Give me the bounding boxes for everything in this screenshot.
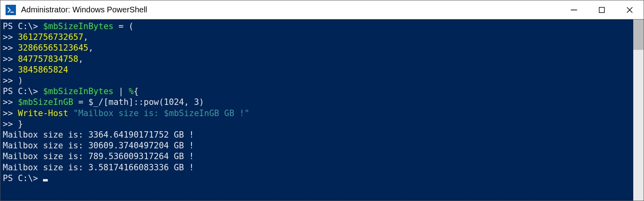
prompt: PS C:\> bbox=[3, 173, 38, 183]
svg-rect-2 bbox=[599, 7, 605, 12]
scroll-thumb[interactable] bbox=[633, 20, 644, 50]
comma: , bbox=[88, 43, 94, 53]
string-literal: GB !" bbox=[219, 108, 250, 118]
vertical-scrollbar[interactable] bbox=[633, 20, 644, 201]
cont-prompt: >> bbox=[3, 97, 13, 107]
percent-alias: % bbox=[129, 87, 134, 96]
code-text: = $_/ bbox=[73, 97, 103, 107]
prompt: PS C:\> bbox=[3, 87, 38, 96]
cursor bbox=[43, 179, 48, 181]
window-controls bbox=[560, 0, 644, 19]
window-title: Administrator: Windows PowerShell bbox=[21, 5, 560, 14]
comma: , bbox=[83, 32, 88, 42]
variable-name: $mbSizeInBytes bbox=[43, 87, 113, 96]
array-value: 847757834758 bbox=[18, 54, 78, 64]
close-paren: ) bbox=[18, 76, 23, 85]
array-value: 3612756732657 bbox=[18, 32, 83, 42]
cont-prompt: >> bbox=[3, 76, 13, 85]
output-line: Mailbox size is: 3364.64190171752 GB ! bbox=[3, 130, 194, 140]
math-expr: [math]::pow(1024, 3) bbox=[103, 97, 204, 107]
code-text: = ( bbox=[113, 22, 134, 31]
cmdlet-name: Write-Host bbox=[18, 108, 68, 118]
terminal-container: PS C:\> $mbSizeInBytes = ( >> 3612756732… bbox=[0, 20, 644, 201]
terminal-pane[interactable]: PS C:\> $mbSizeInBytes = ( >> 3612756732… bbox=[0, 20, 633, 201]
array-value: 3845865824 bbox=[18, 65, 68, 75]
variable-name: $mbSizeInGB bbox=[18, 97, 73, 107]
minimize-button[interactable] bbox=[560, 0, 588, 19]
string-var: $mbSizeInGB bbox=[164, 108, 219, 118]
maximize-button[interactable] bbox=[588, 0, 616, 19]
code-text: | bbox=[113, 87, 129, 96]
array-value: 32866565123645 bbox=[18, 43, 88, 53]
cont-prompt: >> bbox=[3, 119, 13, 129]
prompt: PS C:\> bbox=[3, 22, 38, 31]
cont-prompt: >> bbox=[3, 108, 13, 118]
variable-name: $mbSizeInBytes bbox=[43, 22, 113, 31]
cont-prompt: >> bbox=[3, 32, 13, 42]
cont-prompt: >> bbox=[3, 54, 13, 64]
string-literal: "Mailbox size is: bbox=[68, 108, 164, 118]
output-line: Mailbox size is: 30609.3740497204 GB ! bbox=[3, 141, 194, 150]
comma: , bbox=[78, 54, 84, 64]
close-button[interactable] bbox=[616, 0, 644, 19]
output-line: Mailbox size is: 3.58174166083336 GB ! bbox=[3, 163, 194, 172]
titlebar: Administrator: Windows PowerShell bbox=[0, 0, 644, 20]
cont-prompt: >> bbox=[3, 43, 13, 53]
cont-prompt: >> bbox=[3, 65, 13, 75]
brace-open: { bbox=[134, 87, 139, 96]
brace-close: } bbox=[18, 119, 23, 129]
output-line: Mailbox size is: 789.536009317264 GB ! bbox=[3, 152, 194, 161]
powershell-icon bbox=[5, 4, 16, 16]
